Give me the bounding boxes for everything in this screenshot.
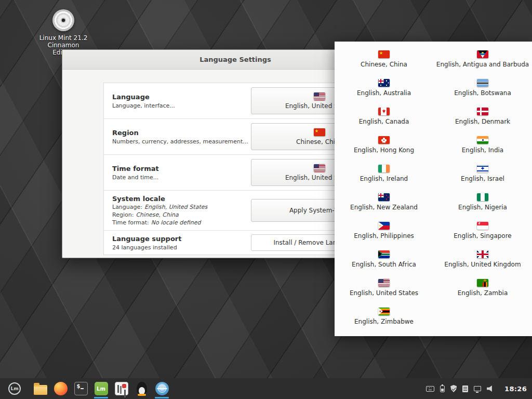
language-option-label: English, United States xyxy=(350,289,418,297)
window-title: Language Settings xyxy=(200,56,271,63)
taskbar-tux-button[interactable] xyxy=(131,379,152,398)
row-subtitle: Language, interface... xyxy=(112,102,175,109)
language-option-label: English, Zambia xyxy=(458,289,508,297)
language-option-label: English, Antigua and Barbuda xyxy=(436,61,529,68)
language-option[interactable]: English, Antigua and Barbuda xyxy=(433,45,532,73)
flag-hk-icon xyxy=(378,136,390,144)
language-option-label: English, New Zealand xyxy=(350,204,418,211)
language-option[interactable]: English, South Africa xyxy=(335,245,433,273)
network-icon[interactable] xyxy=(474,386,481,391)
taskbar-firefox-button[interactable] xyxy=(50,379,71,398)
flag-icon xyxy=(314,164,325,172)
language-option[interactable]: Chinese, China xyxy=(335,45,433,73)
flag-bw-icon xyxy=(477,79,488,87)
language-option-label: English, Canada xyxy=(359,118,409,125)
language-option[interactable]: English, Singapore xyxy=(433,216,532,245)
files-icon xyxy=(34,385,47,395)
volume-icon[interactable] xyxy=(487,385,494,392)
taskbar-files-button[interactable] xyxy=(30,379,50,398)
system-tray: 18:26 xyxy=(426,385,527,393)
language-option[interactable]: English, Zimbabwe xyxy=(335,302,433,330)
flag-ph-icon xyxy=(378,222,390,230)
language-option[interactable]: English, Hong Kong xyxy=(335,130,433,159)
language-option-label: English, South Africa xyxy=(352,261,416,268)
language-option[interactable]: English, Ireland xyxy=(335,159,433,188)
flag-icon xyxy=(314,128,325,136)
row-title: Region xyxy=(112,129,248,137)
flag-sg-icon xyxy=(477,222,488,230)
language-option-label: English, Nigeria xyxy=(458,204,507,211)
language-option-label: English, Philippines xyxy=(354,232,414,240)
flag-nz-icon xyxy=(378,193,390,201)
flag-za-icon xyxy=(378,250,390,258)
keyboard-layout-icon[interactable] xyxy=(426,386,434,392)
language-option[interactable]: English, India xyxy=(433,130,532,159)
language-option[interactable]: English, Israel xyxy=(433,159,532,188)
flag-ag-icon xyxy=(477,50,488,58)
flag-gb-icon xyxy=(477,250,488,258)
language-option[interactable]: English, Australia xyxy=(335,73,433,102)
taskbar-language-settings-button[interactable]: Lm xyxy=(91,379,111,398)
row-title: Language xyxy=(112,93,175,101)
clock[interactable]: 18:26 xyxy=(504,385,527,393)
flag-ca-icon xyxy=(378,108,390,115)
language-option[interactable]: English, United Kingdom xyxy=(433,245,532,273)
row-title: Time format xyxy=(112,165,159,172)
taskbar: Lm $ Lm xyxy=(0,378,532,399)
notes-icon[interactable] xyxy=(462,385,468,392)
locale-detail-language: Language:English, United States xyxy=(112,204,207,210)
language-picker-popup: Chinese, China English, Antigua and Barb… xyxy=(335,42,532,336)
language-option-label: English, Australia xyxy=(357,89,411,97)
terminal-icon: $ xyxy=(74,382,88,395)
language-flags-icon xyxy=(155,382,169,395)
flag-ng-icon xyxy=(477,193,488,201)
language-option-label: English, Denmark xyxy=(455,118,510,125)
language-option[interactable]: English, Botswana xyxy=(433,73,532,102)
flag-us-icon xyxy=(378,279,390,287)
flag-il-icon xyxy=(477,165,488,172)
language-option[interactable]: English, Canada xyxy=(335,102,433,130)
taskbar-language-chooser-button[interactable] xyxy=(152,379,172,398)
firefox-icon xyxy=(54,382,68,395)
language-option[interactable]: English, Denmark xyxy=(433,102,532,130)
language-option-label: English, Singapore xyxy=(454,232,512,240)
flag-dk-icon xyxy=(477,108,488,115)
shield-icon[interactable] xyxy=(450,385,457,392)
flag-zw-icon xyxy=(378,308,390,315)
locale-detail-region: Region:Chinese, China xyxy=(112,211,207,218)
language-option[interactable]: English, Nigeria xyxy=(433,188,532,216)
desktop: Linux Mint 21.2 Cinnamon Edition Languag… xyxy=(0,0,532,399)
tux-icon xyxy=(137,382,147,395)
language-option[interactable]: English, New Zealand xyxy=(335,188,433,216)
mint-menu-button[interactable]: Lm xyxy=(5,379,24,398)
language-option[interactable]: English, Zambia xyxy=(433,273,532,302)
flag-cn-icon xyxy=(378,50,390,58)
row-title: Language support xyxy=(112,235,181,243)
language-option-label: English, Ireland xyxy=(360,175,408,182)
row-subtitle: Numbers, currency, addresses, measuremen… xyxy=(112,138,248,145)
language-option-label: English, Zimbabwe xyxy=(354,318,414,325)
mint-logo-icon: Lm xyxy=(8,382,21,395)
language-option-label: English, United Kingdom xyxy=(444,261,521,268)
language-option-label: Chinese, China xyxy=(361,61,407,68)
battery-icon[interactable] xyxy=(440,385,445,392)
locale-detail-time-format: Time format:No locale defined xyxy=(112,219,207,226)
input-method-icon xyxy=(115,382,128,395)
taskbar-terminal-button[interactable]: $ xyxy=(71,379,91,398)
flag-icon xyxy=(314,92,325,100)
language-option[interactable]: English, United States xyxy=(335,273,433,302)
flag-zm-icon xyxy=(477,279,488,287)
row-title: System locale xyxy=(112,195,207,203)
row-subtitle: Date and time... xyxy=(112,174,159,181)
disc-icon xyxy=(52,9,74,31)
language-option-label: English, India xyxy=(462,147,503,154)
language-option-label: English, Israel xyxy=(461,175,504,182)
flag-au-icon xyxy=(378,79,390,87)
taskbar-input-method-button[interactable] xyxy=(111,379,131,398)
mint-languages-icon: Lm xyxy=(95,382,108,395)
language-option-label: English, Botswana xyxy=(454,89,511,97)
flag-in-icon xyxy=(477,136,488,144)
language-option[interactable]: English, Philippines xyxy=(335,216,433,245)
language-option-label: English, Hong Kong xyxy=(354,147,414,154)
row-subtitle: 24 languages installed xyxy=(112,244,181,251)
